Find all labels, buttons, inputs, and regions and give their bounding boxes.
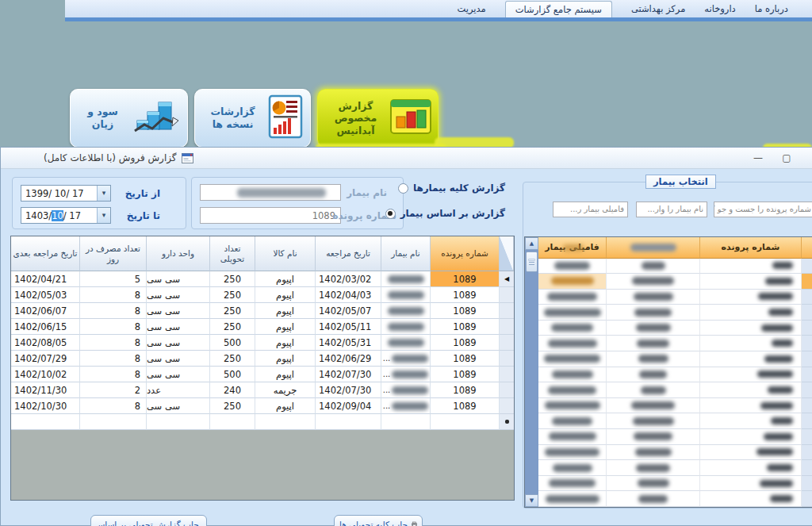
print-all-button[interactable]: چاپ کلیه تحویلی ها [334, 515, 423, 526]
radio-circle-unselected[interactable] [398, 183, 408, 194]
row-selector-cell[interactable] [802, 476, 812, 492]
sales-grid-new-row[interactable] [11, 414, 514, 430]
maximize-button[interactable]: ▢ [776, 150, 797, 166]
col-header-per-day[interactable]: تعداد مصرف در روز [80, 236, 147, 271]
col-header-product[interactable]: نام کالا [255, 236, 316, 271]
name-search-input[interactable]: نام بیمار را وار... [636, 202, 707, 217]
col-header-unit[interactable]: واحد دارو [147, 236, 210, 271]
cell-file: 1089 [431, 319, 500, 335]
patient-table-row[interactable] [538, 367, 812, 383]
dialog-titlebar[interactable]: گزارش فروش (با اطلاعات کامل) — ▢ [1, 148, 812, 169]
menu-item-about[interactable]: درباره ما [755, 0, 788, 17]
patient-table-row[interactable] [538, 491, 812, 507]
col-header-file-number[interactable]: شماره پرونده [700, 237, 802, 259]
menu-item-management[interactable]: مدیریت [457, 0, 485, 17]
row-selector-cell[interactable] [500, 398, 514, 414]
scroll-down-icon[interactable]: ▼ [525, 494, 538, 507]
patient-table-row[interactable] [538, 259, 812, 275]
row-selector-cell[interactable] [802, 274, 812, 290]
print-by-patient-button[interactable]: چاپ گزارش تحویلی بر اساس [90, 515, 207, 526]
redaction-blur [548, 386, 596, 394]
cell-product: اپیوم [255, 271, 316, 287]
row-selector-cell[interactable] [802, 351, 812, 367]
patient-name-field[interactable] [200, 184, 341, 201]
family-search-input[interactable]: فامیلی بیمار ر... [553, 202, 628, 217]
patient-table-row[interactable] [538, 305, 812, 321]
row-selector-cell[interactable] [802, 460, 812, 476]
patient-table-row[interactable] [538, 398, 812, 414]
select-all-corner[interactable] [500, 236, 514, 271]
menu-item-pharmacy[interactable]: داروخانه [704, 0, 735, 17]
row-selector-cell[interactable] [500, 335, 514, 351]
redacted-cell [607, 460, 700, 476]
row-selector-cell[interactable] [802, 259, 812, 275]
sales-grid-row[interactable]: 1402/10/028سی سی500اپیوم1402/07/30...108… [11, 367, 514, 382]
row-selector-cell[interactable] [802, 382, 812, 398]
patient-table-row[interactable] [538, 321, 812, 336]
from-date-combobox[interactable]: 1399/ 10/ 17 ▾ [21, 185, 111, 202]
col-header-file-number[interactable]: شماره پرونده [431, 236, 500, 271]
row-selector-cell[interactable] [802, 336, 812, 351]
cell-name [381, 287, 431, 303]
scrollbar-thumb[interactable] [526, 251, 538, 272]
patient-table-row[interactable] [538, 336, 812, 351]
sales-grid-row[interactable]: 1402/08/058سی سی500اپیوم1402/05/311089 [11, 335, 514, 351]
to-date-combobox[interactable]: 1403/10/ 17 ▾ [21, 207, 111, 224]
col-header-visit-date[interactable]: تاریخ مراجعه [316, 236, 381, 271]
row-selector-cell[interactable] [802, 321, 812, 336]
row-selector-cell[interactable] [802, 429, 812, 445]
patient-table-row[interactable] [538, 413, 812, 429]
row-selector-cell[interactable] [802, 305, 812, 321]
row-selector-cell[interactable] [500, 351, 514, 367]
sales-grid-row[interactable]: 1402/10/308سی سی250اپیوم1402/09/04...108… [11, 398, 514, 414]
sales-grid-row[interactable]: 1402/05/038سی سی250اپیوم1402/04/031089 [11, 287, 514, 303]
minimize-button[interactable]: — [748, 150, 768, 166]
row-selector-cell[interactable] [500, 303, 514, 319]
row-selector-cell[interactable] [802, 413, 812, 429]
patient-table-row[interactable] [538, 382, 812, 398]
chevron-down-icon[interactable]: ▾ [97, 186, 110, 201]
radio-circle-selected[interactable] [385, 209, 396, 219]
prescription-reports-button[interactable]: گزارشات نسخه ها [194, 89, 311, 148]
sales-grid-row[interactable]: 1402/11/302عدد240جریمه1402/07/30...1089 [11, 382, 514, 398]
row-selector-cell[interactable] [802, 491, 812, 507]
col-header-family[interactable]: فامیلی بیمار [538, 237, 607, 259]
row-selector-cell[interactable] [500, 319, 514, 335]
file-number-field[interactable]: 1089 [200, 207, 341, 224]
abdanis-special-report-button[interactable]: گزارش مخصوص آبدانیس [317, 89, 439, 148]
patient-table-row[interactable] [538, 290, 812, 305]
col-header-next-visit[interactable]: تاریخ مراجعه بعدی [11, 236, 80, 271]
col-header-name-redacted[interactable] [607, 237, 700, 259]
patient-table-scrollbar[interactable]: ▲ ▼ [525, 237, 538, 507]
row-selector-cell[interactable] [802, 398, 812, 414]
row-selector-cell[interactable] [802, 290, 812, 305]
radio-by-patient[interactable]: گزارش بر اساس بیمار [385, 208, 505, 219]
patient-table-row[interactable] [538, 274, 812, 290]
profit-loss-button[interactable]: سود و زیان [70, 89, 188, 148]
sales-grid-row[interactable]: 1402/04/215سی سی250اپیوم1402/03/021089◀ [11, 271, 514, 287]
col-header-patient-name[interactable]: نام بیمار [381, 236, 431, 271]
sales-grid-row[interactable]: 1402/06/078سی سی250اپیوم1402/05/071089 [11, 303, 514, 319]
row-selector-cell[interactable] [802, 367, 812, 383]
truncation-ellipsis: ... [383, 386, 391, 394]
radio-all-patients[interactable]: گزارش کلیه بیمارها [398, 182, 505, 194]
row-selector-cell[interactable] [802, 445, 812, 461]
row-selector-cell[interactable]: ◀ [500, 271, 514, 287]
scroll-up-icon[interactable]: ▲ [525, 237, 538, 250]
redaction-blur [757, 371, 793, 378]
menu-item-health-center[interactable]: مرکز بهداشتی [631, 0, 685, 17]
file-search-input[interactable]: شماره پرونده را جست و جو ک... [714, 202, 812, 217]
row-selector-cell[interactable] [500, 287, 514, 303]
patient-table-row[interactable] [538, 445, 812, 461]
sales-grid-row[interactable]: 1402/06/158سی سی250اپیوم1402/05/111089 [11, 319, 514, 335]
menu-item-reports-system[interactable]: سیستم جامع گزارشات [505, 1, 612, 17]
col-header-delivered[interactable]: تعداد تحویلی [210, 236, 255, 271]
patient-table-row[interactable] [538, 429, 812, 445]
patient-table-row[interactable] [538, 460, 812, 476]
patient-table-row[interactable] [538, 476, 812, 492]
patient-table-row[interactable] [538, 351, 812, 367]
sales-grid-row[interactable]: 1402/07/298سی سی250اپیوم1402/06/29...108… [11, 351, 514, 367]
chevron-down-icon[interactable]: ▾ [97, 208, 110, 223]
row-selector-cell[interactable] [500, 382, 514, 398]
row-selector-cell[interactable] [500, 367, 514, 382]
